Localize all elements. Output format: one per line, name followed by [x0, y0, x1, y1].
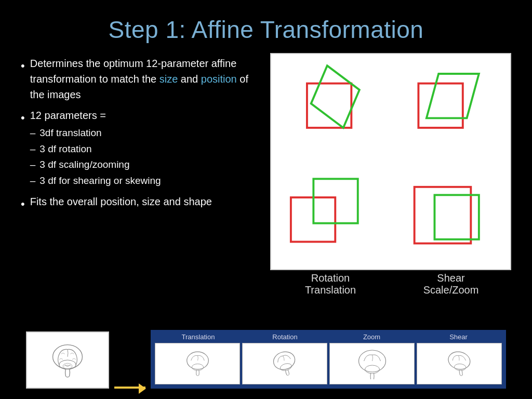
bullet-dot-1: • — [21, 57, 25, 74]
scalezoom-svg — [397, 167, 504, 263]
arrow-container — [109, 387, 151, 389]
translation-svg — [277, 167, 385, 263]
sub-item-2: –3 df rotation — [30, 141, 260, 157]
brain-thumb-zoom — [329, 343, 415, 384]
brain-svg-original — [44, 339, 91, 381]
brain-results-images — [155, 343, 502, 384]
bullet-text-1: Determines the optimum 12-parameter affi… — [30, 56, 260, 102]
bullet-3: • Fits the overall position, size and sh… — [21, 194, 260, 212]
result-label-0: Translation — [155, 333, 242, 341]
result-label-3: Shear — [415, 333, 502, 341]
label-shear: Shear — [391, 272, 511, 284]
brain-thumb-svg-3 — [443, 348, 476, 379]
brain-thumb-svg-2 — [355, 348, 389, 379]
diagram-box — [270, 53, 511, 270]
scalezoom-cell — [391, 162, 510, 269]
brain-thumb-svg-1 — [268, 348, 302, 379]
svg-point-10 — [63, 363, 72, 369]
brain-thumb-svg-0 — [181, 348, 215, 379]
label-translation: Translation — [270, 284, 391, 296]
brain-original — [26, 331, 109, 389]
bullet-text-3: Fits the overall position, size and shap… — [30, 194, 260, 209]
brain-results-header: Translation Rotation Zoom Shear — [155, 333, 502, 341]
shear-cell — [391, 54, 510, 162]
label-scalezoom: Scale/Zoom — [391, 284, 511, 296]
brain-thumb-rotation — [242, 343, 327, 384]
translation-cell — [271, 162, 391, 269]
right-panel: Rotation Shear Translation Scale/Zoom — [270, 53, 511, 326]
result-label-2: Zoom — [328, 333, 415, 341]
sub-item-3: –3 df scaling/zooming — [30, 157, 260, 173]
label-rotation: Rotation — [270, 272, 391, 284]
diagram-labels: Rotation Shear Translation Scale/Zoom — [270, 270, 511, 300]
sub-item-1: –3df translation — [30, 125, 260, 141]
sub-item-4: –3 df for shearing or skewing — [30, 173, 260, 189]
content-area: • Determines the optimum 12-parameter af… — [21, 53, 511, 326]
bullet-2: • 12 parameters = –3df translation –3 df… — [21, 108, 260, 189]
result-label-1: Rotation — [242, 333, 328, 341]
slide: Step 1: Affine Transformation • Determin… — [0, 0, 532, 399]
highlight-position: position — [201, 73, 237, 85]
rotation-svg — [277, 59, 385, 156]
arrow-right — [114, 387, 145, 389]
svg-rect-2 — [418, 84, 462, 128]
svg-point-9 — [59, 360, 76, 369]
svg-marker-3 — [426, 74, 478, 118]
svg-rect-7 — [434, 195, 478, 240]
brain-results-panel: Translation Rotation Zoom Shear — [151, 330, 506, 389]
left-panel: • Determines the optimum 12-parameter af… — [21, 53, 260, 326]
highlight-size: size — [159, 73, 178, 85]
bullet-text-2: 12 parameters = –3df translation –3 df r… — [30, 108, 260, 189]
bullet-1: • Determines the optimum 12-parameter af… — [21, 56, 260, 102]
bullet-dot-2: • — [21, 109, 25, 126]
sub-list: –3df translation –3 df rotation –3 df sc… — [30, 125, 260, 189]
slide-title: Step 1: Affine Transformation — [21, 10, 511, 53]
bottom-row: Translation Rotation Zoom Shear — [21, 330, 511, 389]
rotation-cell — [271, 54, 391, 162]
bullet-dot-3: • — [21, 195, 25, 212]
bullet-list: • Determines the optimum 12-parameter af… — [21, 56, 260, 218]
shear-svg — [397, 59, 504, 156]
brain-thumb-translation — [155, 343, 240, 384]
brain-thumb-shear — [417, 343, 502, 384]
